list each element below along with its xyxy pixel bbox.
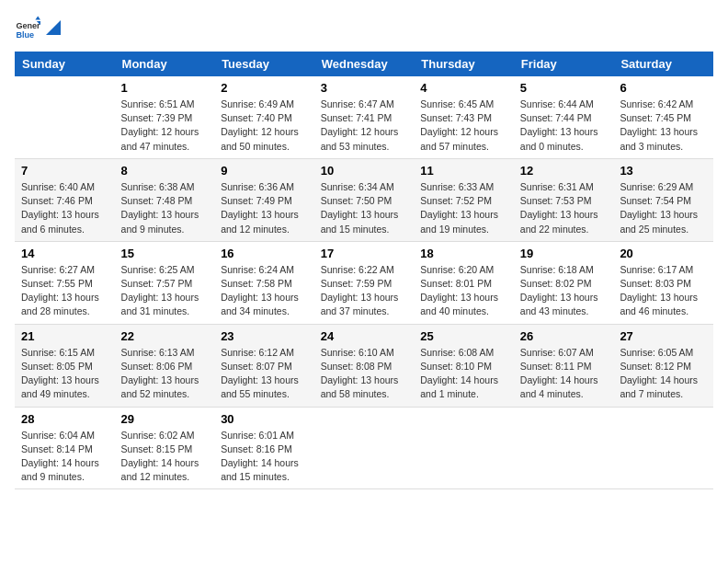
day-number: 20	[620, 247, 707, 260]
day-number: 27	[620, 329, 707, 343]
calendar-cell: 6Sunrise: 6:42 AM Sunset: 7:45 PM Daylig…	[613, 76, 713, 158]
day-info: Sunrise: 6:25 AM Sunset: 7:57 PM Dayligh…	[121, 263, 209, 319]
day-info: Sunrise: 6:38 AM Sunset: 7:48 PM Dayligh…	[121, 180, 209, 236]
day-number: 11	[420, 164, 507, 178]
day-number: 24	[321, 329, 408, 343]
day-number: 8	[121, 164, 209, 178]
day-number: 30	[221, 412, 308, 426]
weekday-header-monday: Monday	[115, 52, 215, 76]
day-info: Sunrise: 6:31 AM Sunset: 7:53 PM Dayligh…	[520, 180, 608, 236]
day-number: 15	[121, 247, 209, 260]
day-number: 18	[420, 247, 507, 260]
day-number: 29	[121, 412, 209, 426]
day-number: 13	[620, 164, 707, 178]
weekday-header-row: SundayMondayTuesdayWednesdayThursdayFrid…	[15, 52, 713, 76]
day-number: 1	[121, 81, 209, 95]
day-info: Sunrise: 6:12 AM Sunset: 8:07 PM Dayligh…	[221, 346, 308, 402]
calendar-cell: 16Sunrise: 6:24 AM Sunset: 7:58 PM Dayli…	[214, 241, 314, 324]
svg-marker-2	[35, 16, 40, 19]
calendar-cell: 25Sunrise: 6:08 AM Sunset: 8:10 PM Dayli…	[414, 324, 514, 407]
calendar-cell: 8Sunrise: 6:38 AM Sunset: 7:48 PM Daylig…	[115, 158, 215, 241]
calendar-cell	[514, 407, 614, 489]
calendar-cell: 26Sunrise: 6:07 AM Sunset: 8:11 PM Dayli…	[514, 324, 614, 407]
calendar-cell: 22Sunrise: 6:13 AM Sunset: 8:06 PM Dayli…	[115, 324, 215, 407]
logo-icon: General Blue	[15, 15, 40, 40]
calendar-cell	[314, 407, 415, 489]
logo: General Blue	[15, 15, 63, 40]
calendar-cell: 3Sunrise: 6:47 AM Sunset: 7:41 PM Daylig…	[314, 76, 415, 158]
day-number: 25	[420, 329, 507, 343]
day-number: 7	[21, 164, 108, 178]
calendar-cell: 21Sunrise: 6:15 AM Sunset: 8:05 PM Dayli…	[15, 324, 115, 407]
day-info: Sunrise: 6:15 AM Sunset: 8:05 PM Dayligh…	[21, 346, 108, 402]
svg-marker-4	[46, 20, 61, 35]
day-info: Sunrise: 6:33 AM Sunset: 7:52 PM Dayligh…	[420, 180, 507, 236]
day-number: 12	[520, 164, 608, 178]
calendar-cell: 30Sunrise: 6:01 AM Sunset: 8:16 PM Dayli…	[214, 407, 314, 489]
calendar-cell: 11Sunrise: 6:33 AM Sunset: 7:52 PM Dayli…	[414, 158, 514, 241]
day-number: 6	[620, 81, 707, 95]
day-number: 28	[21, 412, 108, 426]
weekday-header-wednesday: Wednesday	[314, 52, 415, 76]
day-info: Sunrise: 6:20 AM Sunset: 8:01 PM Dayligh…	[420, 263, 507, 319]
calendar-cell: 18Sunrise: 6:20 AM Sunset: 8:01 PM Dayli…	[414, 241, 514, 324]
calendar-cell: 13Sunrise: 6:29 AM Sunset: 7:54 PM Dayli…	[613, 158, 713, 241]
calendar-cell: 23Sunrise: 6:12 AM Sunset: 8:07 PM Dayli…	[214, 324, 314, 407]
calendar-week-3: 14Sunrise: 6:27 AM Sunset: 7:55 PM Dayli…	[15, 241, 713, 324]
calendar-cell: 17Sunrise: 6:22 AM Sunset: 7:59 PM Dayli…	[314, 241, 415, 324]
day-number: 21	[21, 329, 108, 343]
day-number: 2	[221, 81, 308, 95]
calendar-cell: 15Sunrise: 6:25 AM Sunset: 7:57 PM Dayli…	[115, 241, 215, 324]
calendar-cell: 1Sunrise: 6:51 AM Sunset: 7:39 PM Daylig…	[115, 76, 215, 158]
calendar-cell: 5Sunrise: 6:44 AM Sunset: 7:44 PM Daylig…	[514, 76, 614, 158]
calendar-cell: 9Sunrise: 6:36 AM Sunset: 7:49 PM Daylig…	[214, 158, 314, 241]
day-info: Sunrise: 6:47 AM Sunset: 7:41 PM Dayligh…	[321, 98, 408, 154]
day-number: 22	[121, 329, 209, 343]
calendar-cell: 19Sunrise: 6:18 AM Sunset: 8:02 PM Dayli…	[514, 241, 614, 324]
calendar-cell: 29Sunrise: 6:02 AM Sunset: 8:15 PM Dayli…	[115, 407, 215, 489]
calendar-week-2: 7Sunrise: 6:40 AM Sunset: 7:46 PM Daylig…	[15, 158, 713, 241]
calendar-cell: 28Sunrise: 6:04 AM Sunset: 8:14 PM Dayli…	[15, 407, 115, 489]
calendar-cell: 7Sunrise: 6:40 AM Sunset: 7:46 PM Daylig…	[15, 158, 115, 241]
calendar-cell: 2Sunrise: 6:49 AM Sunset: 7:40 PM Daylig…	[214, 76, 314, 158]
day-info: Sunrise: 6:05 AM Sunset: 8:12 PM Dayligh…	[620, 346, 707, 402]
day-number: 9	[221, 164, 308, 178]
day-info: Sunrise: 6:42 AM Sunset: 7:45 PM Dayligh…	[620, 98, 707, 154]
day-number: 16	[221, 247, 308, 260]
calendar-table: SundayMondayTuesdayWednesdayThursdayFrid…	[15, 52, 713, 489]
logo-triangle-icon	[46, 20, 61, 35]
day-info: Sunrise: 6:36 AM Sunset: 7:49 PM Dayligh…	[221, 180, 308, 236]
weekday-header-sunday: Sunday	[15, 52, 115, 76]
calendar-week-1: 1Sunrise: 6:51 AM Sunset: 7:39 PM Daylig…	[15, 76, 713, 158]
day-info: Sunrise: 6:13 AM Sunset: 8:06 PM Dayligh…	[121, 346, 209, 402]
weekday-header-tuesday: Tuesday	[214, 52, 314, 76]
day-info: Sunrise: 6:45 AM Sunset: 7:43 PM Dayligh…	[420, 98, 507, 154]
day-info: Sunrise: 6:04 AM Sunset: 8:14 PM Dayligh…	[21, 429, 108, 485]
day-number: 17	[321, 247, 408, 260]
calendar-cell: 14Sunrise: 6:27 AM Sunset: 7:55 PM Dayli…	[15, 241, 115, 324]
calendar-cell: 27Sunrise: 6:05 AM Sunset: 8:12 PM Dayli…	[613, 324, 713, 407]
calendar-week-4: 21Sunrise: 6:15 AM Sunset: 8:05 PM Dayli…	[15, 324, 713, 407]
calendar-week-5: 28Sunrise: 6:04 AM Sunset: 8:14 PM Dayli…	[15, 407, 713, 489]
day-number: 23	[221, 329, 308, 343]
day-info: Sunrise: 6:49 AM Sunset: 7:40 PM Dayligh…	[221, 98, 308, 154]
day-number: 10	[321, 164, 408, 178]
weekday-header-friday: Friday	[514, 52, 614, 76]
day-info: Sunrise: 6:34 AM Sunset: 7:50 PM Dayligh…	[321, 180, 408, 236]
calendar-cell: 12Sunrise: 6:31 AM Sunset: 7:53 PM Dayli…	[514, 158, 614, 241]
day-info: Sunrise: 6:02 AM Sunset: 8:15 PM Dayligh…	[121, 429, 209, 485]
day-number: 3	[321, 81, 408, 95]
calendar-cell	[414, 407, 514, 489]
day-info: Sunrise: 6:07 AM Sunset: 8:11 PM Dayligh…	[520, 346, 608, 402]
calendar-cell: 10Sunrise: 6:34 AM Sunset: 7:50 PM Dayli…	[314, 158, 415, 241]
day-info: Sunrise: 6:17 AM Sunset: 8:03 PM Dayligh…	[620, 263, 707, 319]
day-info: Sunrise: 6:22 AM Sunset: 7:59 PM Dayligh…	[321, 263, 408, 319]
day-number: 4	[420, 81, 507, 95]
day-number: 14	[21, 247, 108, 260]
day-info: Sunrise: 6:27 AM Sunset: 7:55 PM Dayligh…	[21, 263, 108, 319]
page-header: General Blue	[15, 15, 713, 40]
day-info: Sunrise: 6:01 AM Sunset: 8:16 PM Dayligh…	[221, 429, 308, 485]
weekday-header-saturday: Saturday	[613, 52, 713, 76]
day-info: Sunrise: 6:40 AM Sunset: 7:46 PM Dayligh…	[21, 180, 108, 236]
weekday-header-thursday: Thursday	[414, 52, 514, 76]
